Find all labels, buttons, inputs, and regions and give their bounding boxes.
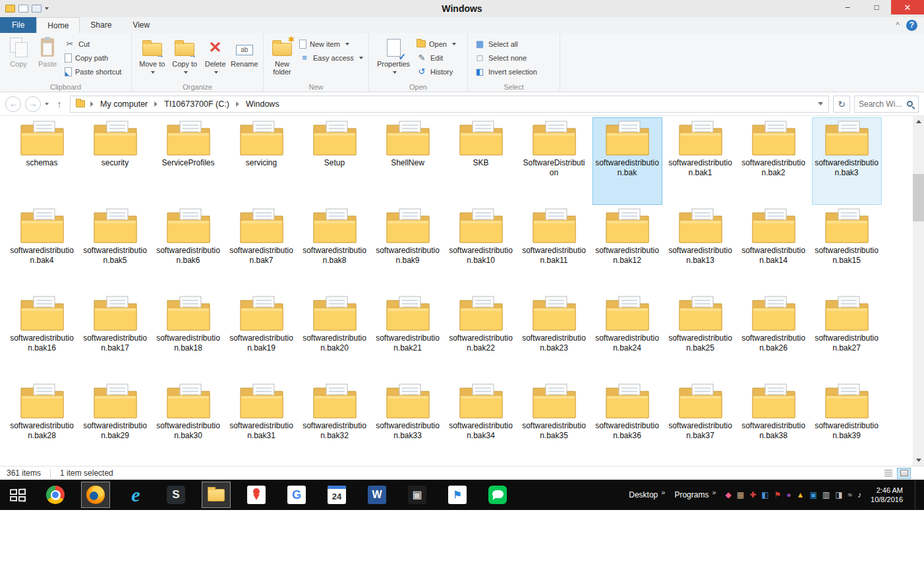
file-item[interactable]: softwaredistribution.bak11 xyxy=(519,205,589,293)
file-item[interactable]: softwaredistribution.bak29 xyxy=(80,380,150,468)
file-item[interactable]: softwaredistribution.bak14 xyxy=(739,205,809,293)
file-item[interactable]: schemas xyxy=(7,117,77,205)
tray-icon[interactable]: ● xyxy=(786,491,791,499)
close-button[interactable]: ✕ xyxy=(891,0,924,14)
scroll-thumb[interactable] xyxy=(913,174,924,221)
file-item[interactable]: softwaredistribution.bak8 xyxy=(300,205,370,293)
toolbar-desktop[interactable]: Desktop » xyxy=(629,490,665,499)
refresh-button[interactable]: ↻ xyxy=(833,96,850,113)
file-item[interactable]: softwaredistribution.bak15 xyxy=(812,205,882,293)
file-item[interactable]: softwaredistribution.bak20 xyxy=(300,293,370,380)
breadcrumb-separator-icon[interactable] xyxy=(90,101,94,107)
copy-to-button[interactable]: → Copy to xyxy=(169,35,201,78)
file-item[interactable]: softwaredistribution.bak34 xyxy=(446,380,516,468)
tray-icon[interactable]: ◧ xyxy=(761,491,768,499)
file-item[interactable]: softwaredistribution.bak xyxy=(592,117,662,205)
tray-icon[interactable]: ✚ xyxy=(749,491,756,499)
recent-locations-dropdown-icon[interactable] xyxy=(45,103,49,105)
file-item[interactable]: ServiceProfiles xyxy=(154,117,223,205)
minimize-button[interactable]: – xyxy=(833,0,862,14)
file-item[interactable]: softwaredistribution.bak25 xyxy=(666,293,736,380)
tray-icon[interactable]: ◆ xyxy=(726,491,732,499)
file-item[interactable]: softwaredistribution.bak36 xyxy=(592,380,662,468)
select-none-button[interactable]: ◻ Select none xyxy=(472,51,540,65)
vertical-scrollbar[interactable] xyxy=(913,116,924,466)
taskbar-clock[interactable]: 2:46 AM 10/8/2016 xyxy=(871,486,906,504)
tab-home[interactable]: Home xyxy=(36,17,80,33)
programs-expand-icon[interactable]: » xyxy=(712,488,716,496)
details-view-button[interactable] xyxy=(881,468,895,479)
breadcrumb-item[interactable]: My computer xyxy=(99,99,149,109)
tray-icon[interactable]: ▲ xyxy=(797,491,805,499)
tab-file[interactable]: File xyxy=(0,17,36,33)
file-item[interactable]: softwaredistribution.bak10 xyxy=(446,205,516,293)
easy-access-button[interactable]: ≡ Easy access xyxy=(297,51,366,65)
file-item[interactable]: SoftwareDistribution xyxy=(519,117,589,205)
tray-icon[interactable]: ▥ xyxy=(823,491,830,499)
history-button[interactable]: ↺ History xyxy=(414,65,459,78)
file-item[interactable]: softwaredistribution.bak13 xyxy=(666,205,736,293)
scroll-down-icon[interactable] xyxy=(913,455,924,466)
qat-dropdown-icon[interactable] xyxy=(45,7,49,10)
file-item[interactable]: security xyxy=(80,117,150,205)
move-to-button[interactable]: → Move to xyxy=(136,35,169,78)
delete-button[interactable]: ✕ Delete xyxy=(201,35,230,78)
cut-button[interactable]: ✂ Cut xyxy=(62,37,124,51)
file-item[interactable]: softwaredistribution.bak5 xyxy=(80,205,150,293)
file-item[interactable]: softwaredistribution.bak2 xyxy=(739,117,809,205)
file-item[interactable]: softwaredistribution.bak26 xyxy=(739,293,809,380)
explorer-icon[interactable] xyxy=(5,5,15,13)
breadcrumb-item[interactable]: TI10673700F (C:) xyxy=(163,99,231,109)
tray-icon[interactable]: ▦ xyxy=(737,491,744,499)
search-input[interactable] xyxy=(855,99,907,109)
file-item[interactable]: softwaredistribution.bak16 xyxy=(7,293,77,380)
file-item[interactable]: softwaredistribution.bak27 xyxy=(812,293,882,380)
tray-icon[interactable]: ♪ xyxy=(857,491,861,499)
properties-button[interactable]: ✓ Properties xyxy=(373,35,414,78)
file-item[interactable]: softwaredistribution.bak21 xyxy=(373,293,443,380)
breadcrumb-item[interactable]: Windows xyxy=(245,99,281,109)
file-item[interactable]: softwaredistribution.bak18 xyxy=(154,293,223,380)
taskbar-app-skype[interactable]: S xyxy=(161,482,190,508)
new-item-button[interactable]: New item xyxy=(297,37,366,51)
tray-icon[interactable]: ⚑ xyxy=(774,491,782,499)
file-item[interactable]: softwaredistribution.bak9 xyxy=(373,205,443,293)
scroll-up-icon[interactable] xyxy=(913,116,924,127)
file-item[interactable]: Setup xyxy=(300,117,370,205)
show-desktop-button[interactable] xyxy=(915,480,919,510)
edit-button[interactable]: ✎ Edit xyxy=(414,51,459,65)
copy-button[interactable]: Copy xyxy=(4,35,33,70)
tray-icon[interactable]: ◨ xyxy=(835,491,842,499)
ribbon-collapse-icon[interactable]: ^ xyxy=(896,20,900,30)
breadcrumb-separator-icon[interactable] xyxy=(236,101,239,107)
taskbar-app-internet-explorer[interactable]: e xyxy=(121,482,150,508)
file-item[interactable]: softwaredistribution.bak30 xyxy=(154,380,223,468)
file-item[interactable]: softwaredistribution.bak19 xyxy=(227,293,297,380)
file-item[interactable]: softwaredistribution.bak4 xyxy=(7,205,77,293)
file-item[interactable]: softwaredistribution.bak33 xyxy=(373,380,443,468)
taskbar-app-google-maps[interactable] xyxy=(242,482,271,508)
file-item[interactable]: softwaredistribution.bak12 xyxy=(592,205,662,293)
tab-view[interactable]: View xyxy=(122,17,160,33)
file-item[interactable]: softwaredistribution.bak38 xyxy=(739,380,809,468)
file-item[interactable]: softwaredistribution.bak1 xyxy=(666,117,736,205)
new-folder-button[interactable]: ✱ New folder xyxy=(268,35,297,78)
icons-view-button[interactable] xyxy=(897,468,911,479)
taskbar-app-word[interactable]: W xyxy=(362,482,391,508)
taskbar-app-share-app[interactable]: ⚑ xyxy=(443,482,472,508)
taskbar-app-calendar[interactable]: 24 xyxy=(322,482,351,508)
maximize-button[interactable]: □ xyxy=(862,0,891,14)
select-all-button[interactable]: ▦ Select all xyxy=(472,37,540,51)
back-button[interactable]: ← xyxy=(5,96,21,112)
forward-button[interactable]: → xyxy=(25,96,41,112)
start-button[interactable] xyxy=(0,480,34,510)
file-item[interactable]: softwaredistribution.bak37 xyxy=(666,380,736,468)
open-button[interactable]: Open xyxy=(414,37,459,51)
qat-newfolder-icon[interactable] xyxy=(32,5,42,13)
file-item[interactable]: softwaredistribution.bak23 xyxy=(519,293,589,380)
qat-properties-icon[interactable] xyxy=(18,5,28,13)
taskbar-app-command-prompt[interactable]: ▣ xyxy=(403,482,432,508)
file-item[interactable]: ShellNew xyxy=(373,117,443,205)
tray-icon[interactable]: ▣ xyxy=(809,491,817,499)
desktop-expand-icon[interactable]: » xyxy=(661,488,665,496)
